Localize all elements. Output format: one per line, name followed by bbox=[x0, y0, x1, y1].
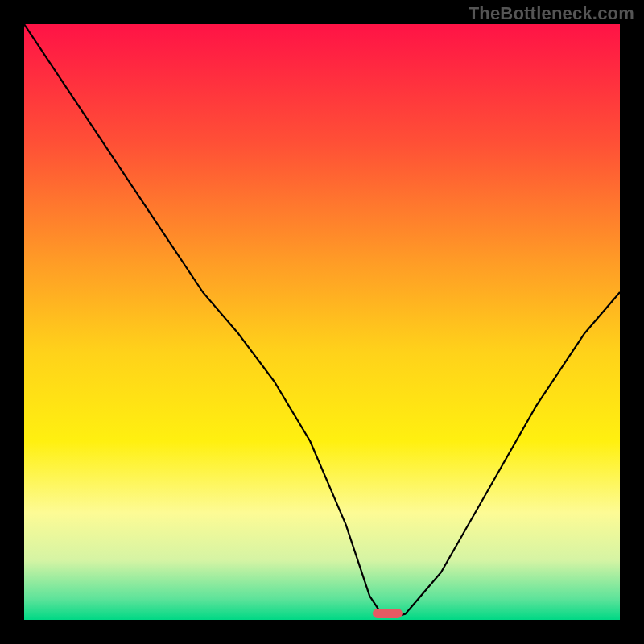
chart-frame: TheBottleneck.com bbox=[0, 0, 644, 644]
optimal-region-marker bbox=[373, 609, 402, 618]
chart-svg bbox=[24, 24, 620, 620]
watermark-text: TheBottleneck.com bbox=[469, 3, 634, 24]
gradient-background bbox=[24, 24, 620, 620]
plot-area bbox=[24, 24, 620, 620]
